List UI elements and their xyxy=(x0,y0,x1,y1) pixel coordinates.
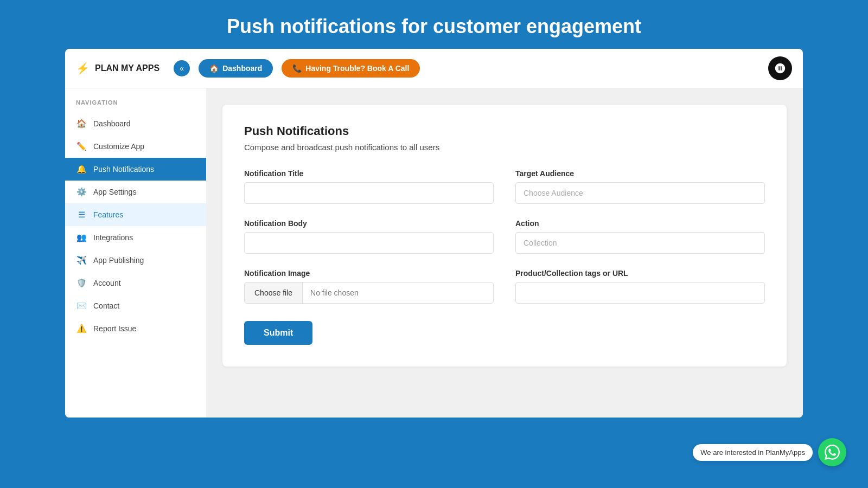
dashboard-nav-icon: 🏠 xyxy=(76,118,87,129)
dashboard-btn-label: Dashboard xyxy=(222,64,262,73)
notification-image-label: Notification Image xyxy=(244,269,494,278)
features-nav-icon: ☰ xyxy=(76,209,87,220)
whatsapp-label: We are interested in PlanMyApps xyxy=(693,444,813,461)
nav-label: NAVIGATION xyxy=(65,99,206,112)
notification-title-input[interactable] xyxy=(244,182,494,204)
sidebar-item-app-publishing[interactable]: ✈️ App Publishing xyxy=(65,249,206,272)
sidebar-item-account[interactable]: 🛡️ Account xyxy=(65,272,206,294)
choose-file-button[interactable]: Choose file xyxy=(245,282,303,303)
trouble-btn-label: Having Trouble? Book A Call xyxy=(305,64,409,73)
store-icon[interactable] xyxy=(768,56,792,80)
push-nav-icon: 🔔 xyxy=(76,164,87,175)
target-audience-label: Target Audience xyxy=(515,169,765,178)
sidebar-item-dashboard[interactable]: 🏠 Dashboard xyxy=(65,112,206,135)
action-input[interactable] xyxy=(515,232,765,254)
whatsapp-button[interactable] xyxy=(818,438,846,466)
form-grid: Notification Title Target Audience Notif… xyxy=(244,169,765,304)
notification-title-label: Notification Title xyxy=(244,169,494,178)
phone-icon: 📞 xyxy=(292,64,302,73)
contact-nav-icon: ✉️ xyxy=(76,300,87,311)
sidebar-item-contact[interactable]: ✉️ Contact xyxy=(65,294,206,317)
file-name-display: No file chosen xyxy=(303,282,493,303)
notification-body-label: Notification Body xyxy=(244,219,494,228)
sidebar-item-contact-label: Contact xyxy=(93,301,119,310)
settings-nav-icon: ⚙️ xyxy=(76,187,87,197)
form-subtitle: Compose and broadcast push notifications… xyxy=(244,143,765,152)
notification-body-group: Notification Body xyxy=(244,219,494,254)
target-audience-group: Target Audience xyxy=(515,169,765,204)
report-nav-icon: ⚠️ xyxy=(76,323,87,334)
form-title: Push Notifications xyxy=(244,124,765,138)
sidebar-item-push-label: Push Notifications xyxy=(93,165,154,174)
publishing-nav-icon: ✈️ xyxy=(76,255,87,266)
sidebar-item-report-issue[interactable]: ⚠️ Report Issue xyxy=(65,317,206,340)
sidebar-item-push-notifications[interactable]: 🔔 Push Notifications xyxy=(65,158,206,181)
app-container: ⚡ PLAN MY APPS « 🏠 Dashboard 📞 Having Tr… xyxy=(65,49,803,418)
sidebar-item-dashboard-label: Dashboard xyxy=(93,119,131,128)
logo-icon: ⚡ xyxy=(76,62,90,75)
notification-image-group: Notification Image Choose file No file c… xyxy=(244,269,494,304)
sidebar-item-customize-label: Customize App xyxy=(93,142,144,151)
home-icon: 🏠 xyxy=(209,64,219,73)
notification-title-group: Notification Title xyxy=(244,169,494,204)
submit-row: Submit xyxy=(244,321,765,345)
sidebar-item-settings-label: App Settings xyxy=(93,188,136,196)
account-nav-icon: 🛡️ xyxy=(76,278,87,288)
sidebar-item-customize-app[interactable]: ✏️ Customize App xyxy=(65,135,206,158)
action-label: Action xyxy=(515,219,765,228)
whatsapp-bubble: We are interested in PlanMyApps xyxy=(693,438,846,466)
target-audience-input[interactable] xyxy=(515,182,765,204)
main-layout: NAVIGATION 🏠 Dashboard ✏️ Customize App … xyxy=(65,88,803,418)
sidebar-item-integrations[interactable]: 👥 Integrations xyxy=(65,226,206,249)
sidebar: NAVIGATION 🏠 Dashboard ✏️ Customize App … xyxy=(65,88,206,418)
product-collection-input[interactable] xyxy=(515,282,765,304)
notification-body-input[interactable] xyxy=(244,232,494,254)
page-header: Push notifications for customer engageme… xyxy=(0,0,868,49)
customize-nav-icon: ✏️ xyxy=(76,141,87,152)
page-header-title: Push notifications for customer engageme… xyxy=(11,15,857,38)
sidebar-item-account-label: Account xyxy=(93,279,121,287)
integrations-nav-icon: 👥 xyxy=(76,232,87,243)
dashboard-button[interactable]: 🏠 Dashboard xyxy=(199,59,273,78)
top-bar: ⚡ PLAN MY APPS « 🏠 Dashboard 📞 Having Tr… xyxy=(65,49,803,88)
trouble-button[interactable]: 📞 Having Trouble? Book A Call xyxy=(282,59,420,78)
logo-area: ⚡ PLAN MY APPS xyxy=(76,62,159,75)
sidebar-item-features[interactable]: ☰ Features xyxy=(65,203,206,226)
collapse-button[interactable]: « xyxy=(174,60,190,76)
top-bar-right xyxy=(768,56,792,80)
product-collection-label: Product/Collection tags or URL xyxy=(515,269,765,278)
sidebar-item-publishing-label: App Publishing xyxy=(93,256,144,265)
product-collection-group: Product/Collection tags or URL xyxy=(515,269,765,304)
sidebar-item-integrations-label: Integrations xyxy=(93,233,133,242)
sidebar-item-report-label: Report Issue xyxy=(93,324,136,333)
logo-text: PLAN MY APPS xyxy=(95,63,159,73)
sidebar-item-features-label: Features xyxy=(93,210,123,219)
submit-button[interactable]: Submit xyxy=(244,321,312,345)
action-group: Action xyxy=(515,219,765,254)
file-input-row: Choose file No file chosen xyxy=(244,282,494,304)
form-card: Push Notifications Compose and broadcast… xyxy=(222,105,787,367)
content-area: Push Notifications Compose and broadcast… xyxy=(206,88,803,418)
sidebar-item-app-settings[interactable]: ⚙️ App Settings xyxy=(65,181,206,203)
